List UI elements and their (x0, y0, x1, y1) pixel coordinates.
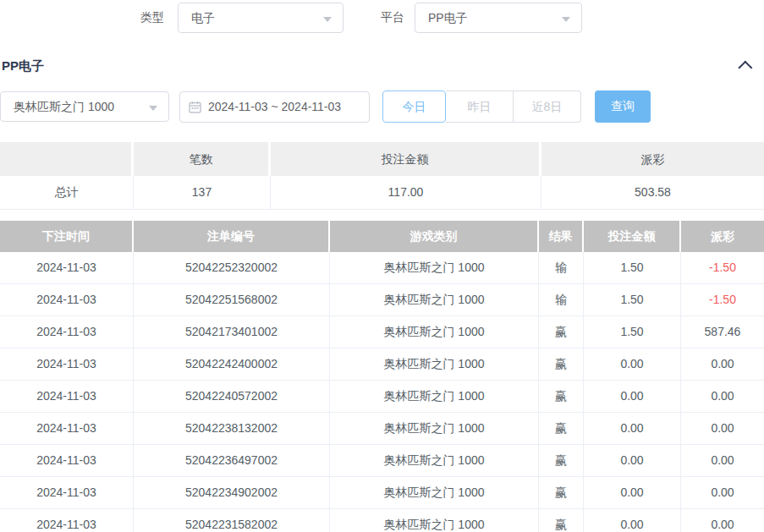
cell-payout: 0.00 (681, 445, 764, 477)
chevron-down-icon (562, 17, 570, 22)
platform-select-value: PP电子 (428, 11, 468, 25)
cell-bet-time: 2024-11-03 (0, 445, 134, 477)
bets-table-body: 2024-11-0352042252320002奥林匹斯之门 1000输1.50… (0, 252, 764, 532)
cell-payout: 0.00 (681, 477, 764, 509)
table-row: 2024-11-0352042242400002奥林匹斯之门 1000赢0.00… (0, 348, 764, 381)
cell-result: 输 (539, 252, 584, 284)
yesterday-button[interactable]: 昨日 (446, 90, 514, 123)
cell-game-category: 奥林匹斯之门 1000 (330, 381, 539, 413)
cell-game-category: 奥林匹斯之门 1000 (330, 348, 539, 381)
cell-game-category: 奥林匹斯之门 1000 (330, 413, 539, 445)
cell-order-no: 52042242400002 (134, 348, 330, 381)
chevron-down-icon (323, 17, 332, 22)
top-filter-bar: 类型 电子 平台 PP电子 (0, 2, 764, 34)
header-payout: 派彩 (681, 221, 764, 252)
cell-order-no: 52042251568002 (134, 284, 330, 316)
cell-bet-amount: 1.50 (584, 284, 681, 316)
summary-table-header: 笔数 投注金额 派彩 (0, 142, 764, 176)
header-bet-amount: 投注金额 (584, 221, 681, 252)
cell-order-no: 52042231582002 (134, 509, 330, 532)
platform-select[interactable]: PP电子 (415, 3, 582, 33)
cell-bet-amount: 1.50 (584, 316, 681, 348)
summary-header-count: 笔数 (134, 142, 271, 176)
cell-game-category: 奥林匹斯之门 1000 (330, 445, 539, 477)
cell-result: 赢 (539, 348, 584, 381)
cell-game-category: 奥林匹斯之门 1000 (330, 284, 539, 316)
quick-date-button-group: 今日 昨日 近8日 (382, 90, 581, 123)
date-range-value: 2024-11-03 ~ 2024-11-03 (208, 100, 341, 113)
cell-bet-time: 2024-11-03 (0, 316, 134, 348)
cell-bet-time: 2024-11-03 (0, 413, 134, 445)
cell-result: 赢 (539, 509, 584, 532)
summary-table: 笔数 投注金额 派彩 总计 137 117.00 503.58 (0, 142, 764, 210)
type-label: 类型 (140, 10, 164, 25)
cell-result: 赢 (539, 445, 584, 477)
collapse-chevron-up-icon[interactable] (738, 61, 752, 75)
cell-game-category: 奥林匹斯之门 1000 (330, 252, 539, 284)
cell-result: 赢 (539, 413, 584, 445)
calendar-icon (189, 101, 201, 113)
header-result: 结果 (539, 221, 584, 252)
game-select-value: 奥林匹斯之门 1000 (14, 100, 114, 113)
table-row: 2024-11-0352042236497002奥林匹斯之门 1000赢0.00… (0, 445, 764, 477)
date-range-input[interactable]: 2024-11-03 ~ 2024-11-03 (179, 91, 370, 123)
summary-header-bet-amount: 投注金额 (271, 142, 541, 176)
game-select[interactable]: 奥林匹斯之门 1000 (0, 91, 169, 122)
today-button[interactable]: 今日 (382, 90, 446, 123)
cell-payout: 0.00 (681, 381, 764, 413)
table-row: 2024-11-0352042238132002奥林匹斯之门 1000赢0.00… (0, 413, 764, 445)
cell-order-no: 52042234902002 (134, 477, 330, 509)
section-header: PP电子 (0, 54, 764, 78)
table-row: 2024-11-0352042173401002奥林匹斯之门 1000赢1.50… (0, 316, 764, 348)
search-button[interactable]: 查询 (595, 90, 651, 123)
cell-bet-amount: 0.00 (584, 381, 681, 413)
header-game-category: 游戏类别 (330, 221, 539, 252)
cell-order-no: 52042252320002 (134, 252, 330, 284)
last-8-days-button[interactable]: 近8日 (514, 90, 581, 123)
cell-bet-amount: 1.50 (584, 252, 681, 284)
cell-game-category: 奥林匹斯之门 1000 (330, 509, 539, 532)
cell-bet-amount: 0.00 (584, 445, 681, 477)
table-row: 2024-11-0352042252320002奥林匹斯之门 1000输1.50… (0, 252, 764, 284)
cell-order-no: 52042238132002 (134, 413, 330, 445)
cell-result: 赢 (539, 477, 584, 509)
type-select[interactable]: 电子 (178, 3, 344, 33)
summary-payout-value: 503.58 (541, 176, 764, 210)
table-row: 2024-11-0352042234902002奥林匹斯之门 1000赢0.00… (0, 477, 764, 509)
table-row: 2024-11-0352042240572002奥林匹斯之门 1000赢0.00… (0, 381, 764, 413)
filter-bar: 奥林匹斯之门 1000 2024-11-03 ~ 2024-11-03 今日 昨… (0, 90, 764, 123)
cell-payout: -1.50 (681, 284, 764, 316)
summary-header-payout: 派彩 (541, 142, 764, 176)
cell-bet-amount: 0.00 (584, 413, 681, 445)
chevron-down-icon (149, 106, 157, 111)
cell-order-no: 52042236497002 (134, 445, 330, 477)
cell-bet-time: 2024-11-03 (0, 252, 134, 284)
cell-payout: -1.50 (681, 252, 764, 284)
summary-header-empty (0, 142, 134, 176)
bets-table: 下注时间 注单编号 游戏类别 结果 投注金额 派彩 2024-11-035204… (0, 221, 764, 532)
cell-bet-time: 2024-11-03 (0, 509, 134, 532)
cell-bet-time: 2024-11-03 (0, 284, 134, 316)
cell-bet-amount: 0.00 (584, 348, 681, 381)
cell-payout: 0.00 (681, 509, 764, 532)
summary-bet-amount-value: 117.00 (271, 176, 541, 210)
cell-result: 赢 (539, 381, 584, 413)
cell-order-no: 52042173401002 (134, 316, 330, 348)
cell-payout: 587.46 (681, 316, 764, 348)
cell-game-category: 奥林匹斯之门 1000 (330, 316, 539, 348)
cell-payout: 0.00 (681, 413, 764, 445)
cell-order-no: 52042240572002 (134, 381, 330, 413)
section-title: PP电子 (2, 58, 44, 74)
table-row: 2024-11-0352042251568002奥林匹斯之门 1000输1.50… (0, 284, 764, 316)
header-bet-time: 下注时间 (0, 221, 134, 252)
cell-result: 输 (539, 284, 584, 316)
summary-total-label: 总计 (0, 176, 134, 210)
cell-bet-time: 2024-11-03 (0, 381, 134, 413)
bets-table-header: 下注时间 注单编号 游戏类别 结果 投注金额 派彩 (0, 221, 764, 252)
cell-bet-time: 2024-11-03 (0, 477, 134, 509)
header-order-no: 注单编号 (134, 221, 330, 252)
summary-table-row: 总计 137 117.00 503.58 (0, 176, 764, 210)
cell-bet-amount: 0.00 (584, 509, 681, 532)
cell-payout: 0.00 (681, 348, 764, 381)
summary-count-value: 137 (134, 176, 271, 210)
